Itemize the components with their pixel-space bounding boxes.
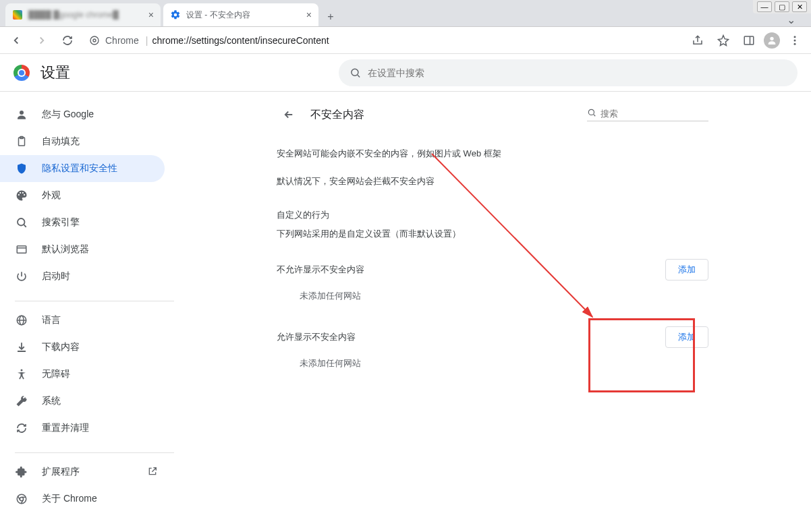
sidebar-item-reset-cleanup[interactable]: 重置并清理 [0,415,165,442]
sidebar-item-languages[interactable]: 语言 [0,307,165,334]
allowed-section-row: 允许显示不安全内容 添加 [277,326,708,348]
tab-favicon [12,9,23,20]
svg-point-26 [588,109,594,115]
panel-back-button[interactable] [277,102,301,127]
url-separator: | [146,35,148,46]
svg-point-8 [352,69,358,76]
sidebar-item-label: 您与 Google [42,109,94,121]
allowed-empty-text: 未添加任何网站 [300,357,708,370]
settings-search[interactable] [339,59,798,86]
sidebar-item-accessibility[interactable]: 无障碍 [0,361,165,388]
palette-icon [15,189,28,202]
sidebar-item-default-browser[interactable]: 默认浏览器 [0,236,165,263]
sidebar-item-label: 外观 [42,189,61,202]
url-text: chrome://settings/content/insecureConten… [152,35,329,46]
sidebar-item-downloads[interactable]: 下载内容 [0,334,165,361]
sidebar-item-label: 搜索引擎 [42,216,80,229]
tab-overflow-button[interactable]: ⌄ [781,13,800,26]
svg-point-20 [21,370,23,372]
chrome-logo-icon [13,65,30,81]
new-tab-button[interactable]: + [321,7,340,26]
tab-title: ████ █google chrome█ [28,10,144,20]
settings-title: 设置 [40,63,70,83]
panel-title: 不安全内容 [310,108,364,122]
settings-search-input[interactable] [368,67,787,78]
sidebar-item-label: 默认浏览器 [42,243,89,256]
window-close-button[interactable]: ✕ [792,1,807,12]
browser-icon [15,243,28,256]
sidebar-item-privacy-security[interactable]: 隐私设置和安全性 [0,155,165,182]
add-allowed-site-button[interactable]: 添加 [665,326,708,348]
sidebar-item-label: 自动填充 [42,136,80,148]
allowed-section-title: 允许显示不安全内容 [277,331,356,343]
tab-close-icon[interactable]: × [148,9,154,20]
settings-content: 不安全内容 安全网站可能会内嵌不安全的内容，例如图片或 Web 框架 默认情况下… [174,92,811,532]
search-icon [15,216,28,229]
search-icon [587,108,596,119]
download-icon [15,341,28,354]
address-bar[interactable]: Chrome | chrome://settings/content/insec… [82,30,683,51]
svg-point-4 [770,36,773,40]
settings-sidebar: 您与 Google 自动填充 隐私设置和安全性 外观 搜索引擎 默认浏览器 [0,92,174,532]
settings-icon [170,9,181,20]
sidebar-item-label: 语言 [42,314,61,326]
site-info-icon[interactable] [89,35,100,46]
sidebar-separator [15,452,174,453]
sidebar-item-you-and-google[interactable]: 您与 Google [0,101,165,128]
url-scheme-label: Chrome [105,35,139,46]
blocked-section-row: 不允许显示不安全内容 添加 [277,259,708,280]
browser-toolbar: Chrome | chrome://settings/content/insec… [0,27,811,54]
sidebar-item-label: 系统 [42,395,61,407]
svg-point-0 [90,36,99,45]
panel-description-1: 安全网站可能会内嵌不安全的内容，例如图片或 Web 框架 [277,147,708,161]
back-button[interactable] [5,30,27,51]
sidebar-item-on-startup[interactable]: 启动时 [0,263,165,290]
reload-button[interactable] [57,30,78,51]
person-icon [15,108,28,121]
window-controls: — ▢ ✕ [753,0,811,13]
sidebar-item-autofill[interactable]: 自动填充 [0,128,165,155]
sidebar-item-label: 下载内容 [42,341,80,353]
sidebar-item-label: 隐私设置和安全性 [42,162,117,175]
chrome-icon [15,492,28,506]
sidebar-item-label: 启动时 [42,270,70,283]
sidebar-item-search-engine[interactable]: 搜索引擎 [0,209,165,236]
blocked-empty-text: 未添加任何网站 [300,290,708,302]
settings-header: 设置 [0,54,811,92]
blocked-section-title: 不允许显示不安全内容 [277,264,364,276]
sidebar-item-label: 扩展程序 [42,466,80,478]
menu-button[interactable] [784,30,806,51]
share-icon[interactable] [687,30,708,51]
sidebar-item-appearance[interactable]: 外观 [0,182,165,209]
window-minimize-button[interactable]: — [757,1,772,12]
svg-rect-15 [17,246,26,254]
add-blocked-site-button[interactable]: 添加 [665,259,708,280]
svg-line-27 [594,115,596,117]
extension-icon [15,465,28,479]
tab-close-icon[interactable]: × [306,9,312,20]
sidebar-item-system[interactable]: 系统 [0,388,165,415]
window-maximize-button[interactable]: ▢ [775,1,789,12]
shield-icon [15,162,28,175]
tab-active[interactable]: 设置 - 不安全内容 × [163,3,318,26]
side-panel-icon[interactable] [738,30,760,51]
tab-strip: ████ █google chrome█ × 设置 - 不安全内容 × + ⌄ [0,0,811,27]
open-in-new-icon [147,466,158,479]
custom-behavior-sub: 下列网站采用的是自定义设置（而非默认设置） [277,228,708,240]
sidebar-item-about-chrome[interactable]: 关于 Chrome [0,485,165,512]
sidebar-item-label: 关于 Chrome [42,493,97,505]
bookmark-star-icon[interactable] [712,30,734,51]
sidebar-item-extensions[interactable]: 扩展程序 [0,459,165,485]
refresh-icon [15,421,28,435]
svg-point-7 [794,42,796,45]
tab-inactive[interactable]: ████ █google chrome█ × [5,3,161,26]
svg-point-1 [93,39,96,42]
svg-point-13 [18,218,25,226]
globe-icon [15,314,28,327]
svg-point-6 [794,39,796,41]
panel-search-input[interactable] [600,109,708,119]
forward-button[interactable] [31,30,53,51]
svg-rect-2 [744,36,754,45]
panel-search[interactable] [587,108,708,121]
profile-avatar[interactable] [764,32,780,49]
